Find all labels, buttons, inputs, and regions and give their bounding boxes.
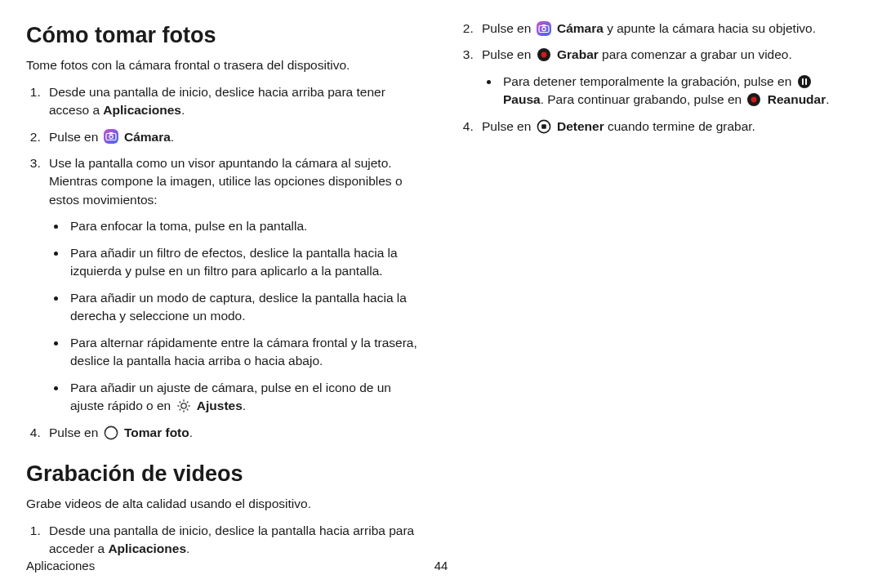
step-3: Use la pantalla como un visor apuntando … xyxy=(44,154,423,416)
step-1: Desde una pantalla de inicio, deslice ha… xyxy=(44,83,423,120)
gear-icon xyxy=(176,399,191,413)
vstep-1: Desde una pantalla de inicio, deslice la… xyxy=(44,522,423,559)
step-4: Pulse en Tomar foto. xyxy=(44,424,423,442)
text: . xyxy=(189,425,193,439)
vstep-2: Pulse en Cámara y apunte la cámara hacia… xyxy=(477,20,856,38)
substeps: Para enfocar la toma, pulse en la pantal… xyxy=(49,217,423,415)
intro-take-photos: Tome fotos con la cámara frontal o trase… xyxy=(26,56,423,74)
bold-aplicaciones: Aplicaciones xyxy=(103,103,181,117)
footer-page-number: 44 xyxy=(434,557,448,575)
vstep-4: Pulse en Detener cuando termine de graba… xyxy=(477,118,856,136)
text: Pulse en xyxy=(482,47,535,61)
svg-rect-3 xyxy=(109,132,113,135)
text: Use la pantalla como un visor apuntando … xyxy=(49,156,403,207)
bold-reanudar: Reanudar xyxy=(768,92,826,106)
text: Pulse en xyxy=(49,425,102,439)
text: . Para continuar grabando, pulse en xyxy=(541,92,746,106)
stop-icon xyxy=(537,119,551,134)
bullet-mode: Para añadir un modo de captura, deslice … xyxy=(67,289,423,326)
svg-point-24 xyxy=(751,97,757,103)
steps-take-photos: Desde una pantalla de inicio, deslice ha… xyxy=(26,83,423,443)
bold-pausa: Pausa xyxy=(503,92,541,106)
svg-point-19 xyxy=(541,52,546,58)
text: . xyxy=(181,103,185,117)
heading-take-photos: Cómo tomar fotos xyxy=(26,20,423,51)
heading-record-video: Grabación de videos xyxy=(26,458,423,490)
text: Pulse en xyxy=(482,21,535,35)
text: y apunte la cámara hacia su objetivo. xyxy=(604,21,816,35)
text: . xyxy=(171,130,174,144)
text: Desde una pantalla de inicio, deslice la… xyxy=(49,523,414,555)
vsubsteps: Para detener temporalmente la grabación,… xyxy=(482,73,856,109)
bullet-settings: Para añadir un ajuste de cámara, pulse e… xyxy=(67,379,423,416)
bold-tomar-foto: Tomar foto xyxy=(124,425,189,439)
svg-line-9 xyxy=(179,402,180,403)
svg-line-12 xyxy=(179,409,180,411)
svg-point-4 xyxy=(180,403,185,408)
bullet-switch-camera: Para alternar rápidamente entre la cámar… xyxy=(67,334,423,371)
text: Pulse en xyxy=(49,130,102,144)
svg-line-11 xyxy=(186,402,188,403)
svg-rect-22 xyxy=(805,78,807,85)
svg-line-10 xyxy=(186,409,188,411)
bold-detener: Detener xyxy=(557,119,604,133)
bold-grabar: Grabar xyxy=(557,47,599,61)
text: . xyxy=(186,541,189,555)
text: Pulse en xyxy=(482,119,535,133)
bullet-filter: Para añadir un filtro de efectos, deslic… xyxy=(67,244,423,281)
camera-app-icon xyxy=(537,21,551,36)
text: . xyxy=(826,92,829,106)
text: . xyxy=(243,399,246,412)
text: cuando termine de grabar. xyxy=(604,119,755,133)
camera-app-icon xyxy=(104,129,118,144)
resume-record-icon xyxy=(746,92,761,107)
bold-aplicaciones: Aplicaciones xyxy=(108,541,186,555)
step-2: Pulse en Cámara. xyxy=(44,128,423,146)
intro-record-video: Grabe videos de alta calidad usando el d… xyxy=(26,495,423,513)
svg-rect-17 xyxy=(541,24,546,27)
bullet-pause-resume: Para detener temporalmente la grabación,… xyxy=(500,73,856,109)
bold-camara: Cámara xyxy=(557,21,604,35)
svg-point-20 xyxy=(798,75,811,88)
vstep-3: Pulse en Grabar para comenzar a grabar u… xyxy=(477,46,856,109)
svg-point-13 xyxy=(105,426,117,439)
bold-camara: Cámara xyxy=(124,130,171,144)
shutter-icon xyxy=(104,425,118,440)
text: para comenzar a grabar un video. xyxy=(599,47,792,61)
record-icon xyxy=(537,47,551,62)
bold-ajustes: Ajustes xyxy=(197,399,243,412)
pause-icon xyxy=(797,74,812,89)
text: Desde una pantalla de inicio, deslice ha… xyxy=(49,85,385,117)
text: Para detener temporalmente la grabación,… xyxy=(503,74,795,88)
footer-section-label: Aplicaciones xyxy=(26,557,95,575)
svg-rect-26 xyxy=(541,124,546,129)
svg-rect-21 xyxy=(802,78,804,85)
bullet-focus: Para enfocar la toma, pulse en la pantal… xyxy=(67,217,423,235)
